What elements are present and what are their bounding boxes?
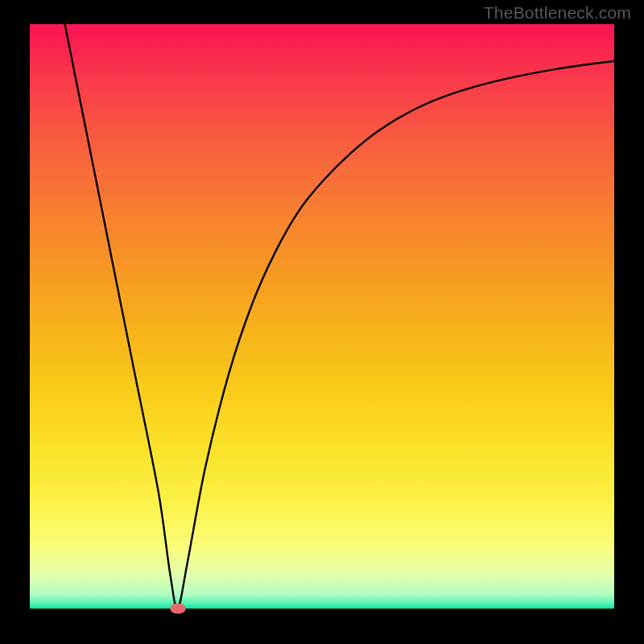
watermark-label: TheBottleneck.com — [484, 3, 631, 23]
plot-area — [30, 24, 614, 609]
bottleneck-curve — [30, 24, 614, 609]
chart-frame: TheBottleneck.com — [0, 0, 644, 644]
minimum-marker — [170, 604, 186, 614]
